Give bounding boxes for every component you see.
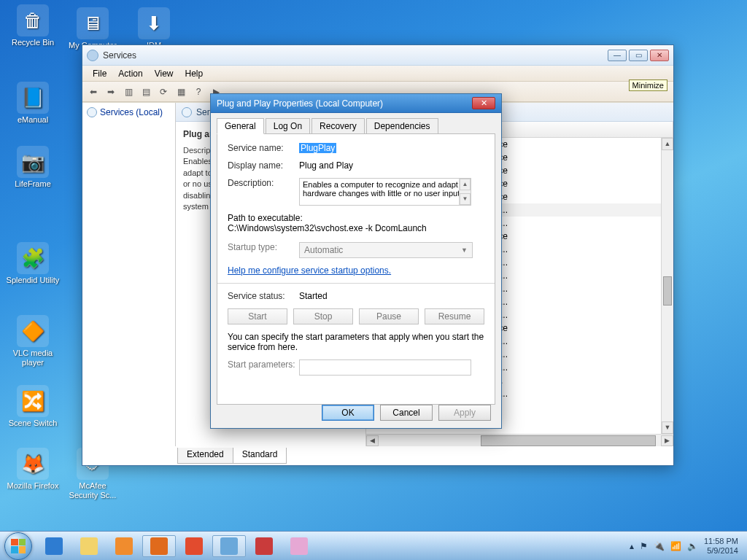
label-start-params: Start parameters: <box>228 359 299 370</box>
icon-label: Mozilla Firefox <box>6 481 60 491</box>
tab-logon[interactable]: Log On <box>266 118 310 134</box>
taskbar-item-ie[interactable] <box>37 535 71 557</box>
back-icon[interactable]: ⬅ <box>85 84 101 100</box>
apply-button[interactable]: Apply <box>438 405 491 421</box>
start-button[interactable]: Start <box>228 308 287 324</box>
power-icon[interactable]: 🔌 <box>654 541 665 551</box>
app-icon: 🗑 <box>17 4 49 36</box>
tab-dependencies[interactable]: Dependencies <box>366 118 438 134</box>
menu-view[interactable]: View <box>149 67 179 80</box>
cancel-button[interactable]: Cancel <box>380 405 433 421</box>
export-icon[interactable]: ▦ <box>173 84 189 100</box>
app-icon <box>80 537 98 555</box>
tab-general[interactable]: General <box>217 118 264 134</box>
icon-label: VLC media player <box>6 349 60 367</box>
gear-icon <box>87 50 98 61</box>
label-display-name: Display name: <box>228 160 299 171</box>
gear-icon <box>182 107 192 117</box>
clock-date: 5/9/2014 <box>704 546 738 556</box>
desktop-icon[interactable]: 📷LifeFrame <box>6 146 60 189</box>
menu-help[interactable]: Help <box>179 67 209 80</box>
app-icon <box>220 537 238 555</box>
properties-icon[interactable]: ▤ <box>138 84 154 100</box>
startup-type-combo[interactable]: Automatic ▼ <box>299 242 473 258</box>
dialog-title: Plug and Play Properties (Local Computer… <box>217 98 383 109</box>
desktop-icon[interactable]: 🧩Splendid Utility <box>6 242 60 285</box>
app-icon: 🖥 <box>77 7 109 39</box>
show-hide-icon[interactable]: ▥ <box>120 84 136 100</box>
left-tree-pane: Services (Local) <box>82 103 176 446</box>
desktop-icon[interactable]: 🗑Recycle Bin <box>6 4 60 47</box>
desktop-icon[interactable]: 📘eManual <box>6 82 60 125</box>
description-textbox[interactable]: Enables a computer to recognize and adap… <box>299 178 471 206</box>
taskbar-item-wmp[interactable] <box>107 535 141 557</box>
icon-label: eManual <box>6 115 60 125</box>
icon-label: McAfee Security Sc... <box>66 481 120 499</box>
scroll-right-icon[interactable]: ▶ <box>661 435 673 446</box>
scroll-down-icon[interactable]: ▼ <box>460 193 471 205</box>
desktop-icon[interactable]: 🖥My Computer <box>66 7 120 50</box>
dialog-tabs: General Log On Recovery Dependencies <box>211 113 501 133</box>
taskbar-item-paint[interactable] <box>282 535 316 557</box>
scroll-up-icon[interactable]: ▲ <box>460 179 471 190</box>
tree-node-services-local[interactable]: Services (Local) <box>87 107 171 117</box>
clock-time: 11:58 PM <box>704 537 738 546</box>
help-icon[interactable]: ? <box>190 84 206 100</box>
scroll-left-icon[interactable]: ◀ <box>366 435 379 446</box>
label-path: Path to executable: <box>228 213 484 223</box>
icon-label: LifeFrame <box>6 179 60 189</box>
app-icon <box>290 537 308 555</box>
taskbar-item-firefox[interactable] <box>142 535 176 557</box>
maximize-button[interactable]: ▭ <box>629 50 648 61</box>
taskbar-item-services[interactable] <box>212 535 246 557</box>
icon-label: Recycle Bin <box>6 38 60 47</box>
description-text: Enables a computer to recognize and adap… <box>303 180 467 198</box>
value-service-name[interactable]: PlugPlay <box>299 143 336 153</box>
desktop-icon[interactable]: ⬇IDM <box>127 7 181 50</box>
minimize-button[interactable]: — <box>608 50 627 61</box>
value-service-status: Started <box>299 291 484 301</box>
menubar: FileActionViewHelp <box>82 66 673 82</box>
tab-extended[interactable]: Extended <box>177 448 233 464</box>
horizontal-scrollbar[interactable]: ◀ ▶ <box>366 434 673 446</box>
scroll-up-icon[interactable]: ▲ <box>662 138 673 150</box>
close-button[interactable]: ✕ <box>650 50 669 61</box>
ok-button[interactable]: OK <box>322 405 374 421</box>
dialog-close-button[interactable]: ✕ <box>472 97 495 109</box>
taskbar-item-toolbox[interactable] <box>247 535 281 557</box>
app-icon: 🔀 <box>17 385 49 417</box>
desktop-icon[interactable]: 🔀Scene Switch <box>6 385 60 428</box>
tab-standard[interactable]: Standard <box>233 448 287 464</box>
app-icon: 🧩 <box>17 242 49 274</box>
flag-icon[interactable]: ⚑ <box>640 541 648 551</box>
start-button[interactable] <box>4 532 32 560</box>
stop-button[interactable]: Stop <box>293 308 353 324</box>
start-params-input[interactable] <box>299 359 471 376</box>
show-hidden-icon[interactable]: ▴ <box>630 541 634 551</box>
resume-button[interactable]: Resume <box>425 308 484 324</box>
scroll-down-icon[interactable]: ▼ <box>662 421 673 434</box>
desktop-icon[interactable]: 🦊Mozilla Firefox <box>6 448 60 491</box>
clock[interactable]: 11:58 PM 5/9/2014 <box>704 537 738 555</box>
vertical-scrollbar[interactable]: ▲ ▼ <box>661 138 673 434</box>
taskbar-item-app5[interactable] <box>177 535 211 557</box>
description-scrollbar[interactable]: ▲ ▼ <box>459 179 471 205</box>
services-titlebar[interactable]: Services — ▭ ✕ <box>82 45 673 66</box>
desktop-icon[interactable]: 🔶VLC media player <box>6 315 60 367</box>
pause-button[interactable]: Pause <box>359 308 419 324</box>
scroll-thumb[interactable] <box>663 276 672 306</box>
network-icon[interactable]: 📶 <box>670 541 681 551</box>
taskbar-item-explorer[interactable] <box>72 535 106 557</box>
hscroll-thumb[interactable] <box>481 435 656 446</box>
refresh-icon[interactable]: ⟳ <box>155 84 171 100</box>
dialog-titlebar[interactable]: Plug and Play Properties (Local Computer… <box>211 94 501 113</box>
help-link[interactable]: Help me configure service startup option… <box>228 265 391 276</box>
value-display-name: Plug and Play <box>299 160 484 171</box>
menu-action[interactable]: Action <box>112 67 148 80</box>
forward-icon[interactable]: ➡ <box>103 84 119 100</box>
app-icon: 📷 <box>17 146 49 178</box>
volume-icon[interactable]: 🔈 <box>687 541 698 551</box>
menu-file[interactable]: File <box>87 67 112 80</box>
system-tray: ▴ ⚑ 🔌 📶 🔈 11:58 PM 5/9/2014 <box>630 537 743 555</box>
tab-recovery[interactable]: Recovery <box>311 118 365 134</box>
